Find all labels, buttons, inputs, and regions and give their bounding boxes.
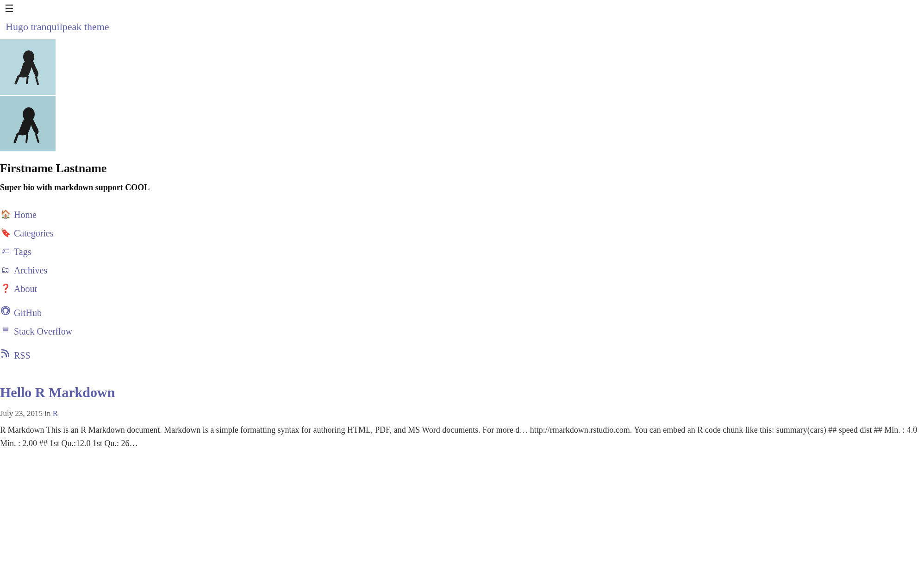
social-link-stackoverflow[interactable]: Stack Overflow [0, 324, 924, 339]
rss-icon [0, 348, 11, 362]
about-icon: ❓ [0, 282, 11, 295]
nav-item-categories[interactable]: 🔖 Categories [0, 224, 924, 242]
nav-link-archives[interactable]: 🗂 Archives [0, 263, 924, 278]
nav-label-categories: Categories [14, 226, 54, 241]
author-name: Firstname Lastname [0, 151, 924, 181]
svg-rect-12 [3, 329, 8, 330]
site-title[interactable]: Hugo tranquilpeak theme [0, 18, 924, 39]
nav-link-home[interactable]: 🏠 Home [0, 207, 924, 222]
rss-section: RSS [0, 346, 924, 370]
main-nav: 🏠 Home 🔖 Categories 🏷 Tags 🗂 A [0, 202, 924, 302]
nav-link-tags[interactable]: 🏷 Tags [0, 244, 924, 259]
rss-link[interactable]: RSS [0, 348, 924, 363]
nav-label-home: Home [14, 207, 37, 222]
post-date: July 23, 2015 [0, 409, 43, 418]
nav-label-tags: Tags [14, 244, 31, 259]
categories-icon: 🔖 [0, 226, 11, 240]
social-links: GitHub Stack Overflow [0, 302, 924, 346]
social-label-github: GitHub [14, 305, 42, 320]
hamburger-icon: ☰ [5, 3, 14, 14]
github-icon [0, 306, 11, 319]
svg-line-3 [27, 76, 28, 83]
svg-rect-13 [3, 328, 8, 329]
archives-icon: 🗂 [0, 263, 11, 277]
svg-point-15 [1, 356, 3, 358]
tags-icon: 🏷 [0, 245, 11, 258]
nav-item-home[interactable]: 🏠 Home [0, 205, 924, 224]
post-preposition: in [44, 409, 50, 418]
nav-link-about[interactable]: ❓ About [0, 281, 924, 296]
post-title: Hello R Markdown [0, 370, 924, 407]
nav-label-about: About [14, 281, 37, 296]
avatar-container [0, 39, 924, 151]
avatar-image-2 [0, 96, 56, 151]
social-label-stackoverflow: Stack Overflow [14, 324, 72, 339]
rss-item[interactable]: RSS [0, 348, 924, 363]
social-item-stackoverflow[interactable]: Stack Overflow [0, 322, 924, 341]
post-excerpt: R Markdown This is an R Markdown documen… [0, 423, 924, 451]
post-category-link[interactable]: R [53, 409, 58, 418]
social-item-github[interactable]: GitHub [0, 304, 924, 322]
nav-label-archives: Archives [14, 263, 47, 278]
author-bio: Super bio with markdown support COOL [0, 181, 924, 202]
rss-label: RSS [14, 348, 31, 363]
stackoverflow-icon [0, 324, 11, 338]
nav-link-categories[interactable]: 🔖 Categories [0, 226, 924, 241]
svg-line-8 [26, 134, 27, 142]
svg-rect-11 [3, 330, 8, 331]
post-meta: July 23, 2015 in R [0, 407, 924, 423]
nav-item-archives[interactable]: 🗂 Archives [0, 261, 924, 280]
nav-item-about[interactable]: ❓ About [0, 280, 924, 298]
page-wrapper: ☰ Hugo tranquilpeak theme [0, 0, 924, 584]
svg-rect-14 [3, 327, 8, 328]
nav-item-tags[interactable]: 🏷 Tags [0, 242, 924, 261]
post-title-link[interactable]: Hello R Markdown [0, 385, 115, 400]
social-link-github[interactable]: GitHub [0, 305, 924, 320]
home-icon: 🏠 [0, 208, 11, 221]
avatar-image-1 [0, 39, 56, 95]
hamburger-menu[interactable]: ☰ [0, 0, 924, 18]
